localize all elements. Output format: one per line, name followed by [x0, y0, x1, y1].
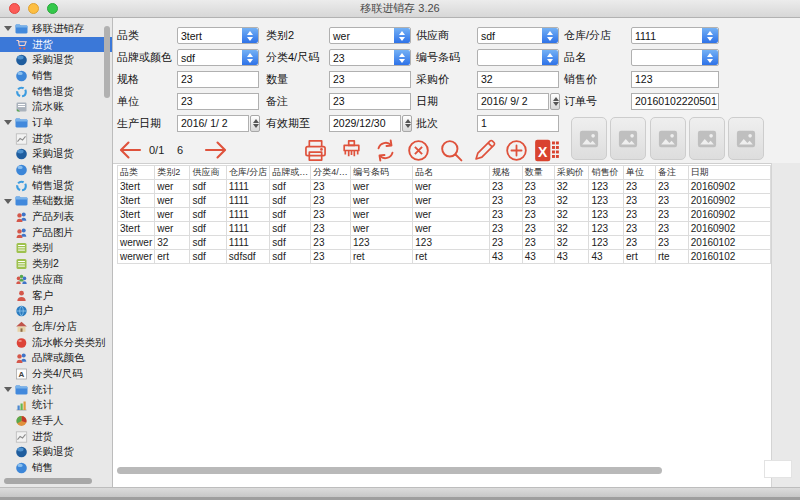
sidebar-item[interactable]: 产品图片	[0, 225, 112, 241]
sidebar-item[interactable]: 品牌或颜色	[0, 350, 112, 366]
dropdown-arrows-icon[interactable]	[702, 28, 718, 43]
sidebar-item[interactable]: 客户	[0, 288, 112, 304]
disclosure-triangle-icon[interactable]	[4, 120, 12, 125]
search-button[interactable]	[438, 137, 465, 164]
sidebar-item[interactable]: 流水帐分类类别	[0, 335, 112, 351]
zoom-window-button[interactable]	[47, 3, 58, 14]
sidebar-item[interactable]: 用户	[0, 303, 112, 319]
dropdown-field[interactable]: 23	[329, 49, 411, 66]
next-record-button[interactable]	[203, 137, 229, 163]
sidebar-item[interactable]: 销售退货	[0, 84, 112, 100]
sidebar-item[interactable]: 销售	[0, 460, 112, 476]
sidebar-vertical-scrollbar[interactable]	[104, 26, 110, 98]
sidebar-item[interactable]: 经手人	[0, 413, 112, 429]
cancel-button[interactable]	[405, 137, 432, 164]
column-header[interactable]: 采购价	[554, 166, 589, 180]
text-field[interactable]: 23	[177, 93, 259, 110]
text-field[interactable]: 23	[329, 71, 411, 88]
product-image-slot[interactable]	[571, 117, 607, 160]
sidebar-item[interactable]: 供应商	[0, 272, 112, 288]
minimize-window-button[interactable]	[28, 3, 39, 14]
dropdown-field[interactable]	[631, 49, 719, 66]
sidebar-item[interactable]: 仓库/分店	[0, 319, 112, 335]
dropdown-field[interactable]: sdf	[177, 49, 259, 66]
column-header[interactable]: 规格	[489, 166, 522, 180]
column-header[interactable]: 品牌或…	[270, 166, 311, 180]
product-image-slot[interactable]	[728, 117, 764, 160]
sidebar-item[interactable]: 订单	[0, 115, 112, 131]
text-field[interactable]: 23	[329, 93, 411, 110]
disclosure-triangle-icon[interactable]	[4, 26, 12, 31]
dropdown-arrows-icon[interactable]	[242, 50, 258, 65]
sidebar-item[interactable]: 流水账	[0, 99, 112, 115]
table-row[interactable]: 3tertwersdf1111sdf23werwer23233212323232…	[118, 222, 771, 236]
text-field[interactable]: 1	[477, 115, 559, 132]
column-header[interactable]: 仓库/分店	[226, 166, 270, 180]
sidebar-item[interactable]: 采购退货	[0, 147, 112, 163]
dropdown-arrows-icon[interactable]	[242, 28, 258, 43]
dropdown-arrows-icon[interactable]	[702, 50, 718, 65]
text-field[interactable]: 123	[631, 71, 719, 88]
column-header[interactable]: 单位	[624, 166, 656, 180]
sidebar-item[interactable]: 销售	[0, 162, 112, 178]
dropdown-field[interactable]: wer	[329, 27, 411, 44]
product-image-slot[interactable]	[689, 117, 725, 160]
date-field[interactable]: 2029/12/30	[329, 115, 401, 132]
column-header[interactable]: 日期	[688, 166, 770, 180]
table-row[interactable]: 3tertwersdf1111sdf23werwer23233212323232…	[118, 194, 771, 208]
sidebar-item[interactable]: 基础数据	[0, 194, 112, 210]
sidebar-item[interactable]: 产品列表	[0, 209, 112, 225]
product-image-slot[interactable]	[650, 117, 686, 160]
column-header[interactable]: 备注	[655, 166, 688, 180]
sidebar-item[interactable]: 采购退货	[0, 52, 112, 68]
date-stepper[interactable]	[402, 115, 412, 132]
text-field[interactable]: 23	[177, 71, 259, 88]
product-image-slot[interactable]	[610, 117, 646, 160]
sidebar-item[interactable]: 统计	[0, 382, 112, 398]
sidebar-item[interactable]: 统计	[0, 398, 112, 414]
sidebar-item[interactable]: 移联进销存	[0, 21, 112, 37]
table-row[interactable]: werwerertsdfsdfsdfsdf23retret43434343ert…	[118, 250, 771, 264]
dropdown-field[interactable]: 3tert	[177, 27, 259, 44]
sidebar-horizontal-scrollbar[interactable]	[4, 478, 92, 484]
dropdown-field[interactable]: sdf	[477, 27, 559, 44]
add-button[interactable]	[503, 137, 530, 164]
print-button[interactable]	[302, 137, 329, 164]
table-row[interactable]: werwer32sdf1111sdf2312312323233212323232…	[118, 236, 771, 250]
column-header[interactable]: 数量	[522, 166, 554, 180]
dropdown-arrows-icon[interactable]	[394, 50, 410, 65]
dropdown-field[interactable]	[477, 49, 559, 66]
date-stepper[interactable]	[550, 93, 560, 110]
dropdown-arrows-icon[interactable]	[542, 50, 558, 65]
edit-button[interactable]	[471, 137, 498, 164]
dropdown-arrows-icon[interactable]	[394, 28, 410, 43]
previous-record-button[interactable]	[117, 137, 143, 163]
sidebar-item[interactable]: 进货	[0, 429, 112, 445]
sidebar-item[interactable]: 类别	[0, 241, 112, 257]
dropdown-field[interactable]: 1111	[631, 27, 719, 44]
date-field[interactable]: 2016/ 1/ 2	[177, 115, 249, 132]
date-stepper[interactable]	[250, 115, 260, 132]
sidebar-item[interactable]: 进货	[0, 37, 112, 53]
column-header[interactable]: 品名	[413, 166, 490, 180]
text-field[interactable]: 20160102220501	[631, 93, 719, 110]
export-excel-button[interactable]: X	[534, 137, 561, 164]
column-header[interactable]: 编号条码	[350, 166, 412, 180]
sidebar-item[interactable]: 类别2	[0, 256, 112, 272]
sidebar-item[interactable]: 销售退货	[0, 178, 112, 194]
date-field[interactable]: 2016/ 9/ 2	[477, 93, 549, 110]
column-header[interactable]: 供应商	[190, 166, 226, 180]
text-field[interactable]: 32	[477, 71, 559, 88]
table-horizontal-scrollbar[interactable]	[117, 467, 662, 474]
column-header[interactable]: 品类	[118, 166, 155, 180]
dropdown-arrows-icon[interactable]	[542, 28, 558, 43]
clean-button[interactable]	[338, 137, 365, 164]
disclosure-triangle-icon[interactable]	[4, 387, 12, 392]
refresh-button[interactable]	[372, 137, 399, 164]
disclosure-triangle-icon[interactable]	[4, 199, 12, 204]
table-row[interactable]: 3tertwersdf1111sdf23werwer23233212323232…	[118, 180, 771, 194]
sidebar-item[interactable]: 销售	[0, 68, 112, 84]
column-header[interactable]: 分类4/…	[311, 166, 351, 180]
sidebar-item[interactable]: 采购退货	[0, 445, 112, 461]
sidebar-item[interactable]: A分类4/尺码	[0, 366, 112, 382]
